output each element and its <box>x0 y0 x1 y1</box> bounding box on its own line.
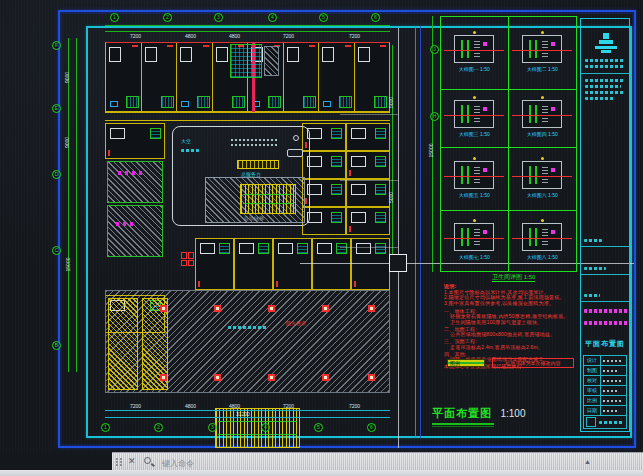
legend-note-text: 红色字体为本次修改内容 <box>506 361 561 366</box>
details-panel: 大样图一 1:50 大样图二 1:50 大样图三 1:50 大样图四 1:50 … <box>440 16 577 272</box>
lobby-seating <box>231 139 277 141</box>
notes-line: 轻钢龙骨石膏板隔墙,内填50厚岩棉,做至结构板底。 <box>444 314 576 319</box>
grid-bubble-left: D <box>52 170 61 179</box>
lobby-label: 大堂 <box>181 139 191 144</box>
grid-bubble-top: 4 <box>268 13 277 22</box>
lobby-escalator <box>240 184 296 214</box>
notes-line: 三、顶面工程: <box>444 339 576 344</box>
notes-block: 说明: 1.本图尺寸除标高以米计外,其余均以毫米计。 2.隔墙定位尺寸均以轴线为… <box>444 284 576 370</box>
monitor-screen: 1 2 3 4 5 6 7200 4800 4800 7200 7200 F E… <box>0 0 643 476</box>
grid-bubble-left: F <box>52 41 61 50</box>
details-section-caption: 卫生间详图 1:50 <box>492 274 535 282</box>
dim-line <box>68 38 69 372</box>
notes-line: 四、其他: <box>444 352 576 357</box>
notes-line: 公共区域地面铺800x800抛光砖,客房铺地毯。 <box>444 332 576 337</box>
notes-line: 卫生间隔墙采用100厚加气混凝土砌块。 <box>444 320 576 325</box>
dim-text: 4800 <box>229 34 240 39</box>
dim-line <box>105 31 390 32</box>
plan-hatch-room <box>107 161 163 203</box>
grid-bubble-panel: J <box>430 45 439 54</box>
detail-caption: 大样图二 1:50 <box>527 67 558 72</box>
dim-text: 7200 <box>349 34 360 39</box>
notes-line: 1.本图尺寸除标高以米计外,其余均以毫米计。 <box>444 290 576 295</box>
dim-text: 15000 <box>429 144 434 158</box>
cert-line-smudge <box>585 97 615 100</box>
column-marker <box>368 305 375 312</box>
column-marker <box>160 374 167 381</box>
grid-bubble-top: 1 <box>110 13 119 22</box>
grid-bubble-bottom: 2 <box>154 423 163 432</box>
dim-text: 9000 <box>65 137 70 148</box>
grid-bubble-bottom: 4 <box>261 423 270 432</box>
dim-text: 4800 <box>229 404 240 409</box>
project-line-magenta <box>584 309 628 313</box>
titleblock-table: 设计 制图 校对 审核 比例 日期 <box>583 355 627 416</box>
command-bar[interactable]: ✕ 键入命令 ▲ <box>112 452 643 470</box>
close-icon[interactable]: ✕ <box>128 456 136 466</box>
detail-cell: 大样图三 1:50 <box>441 90 509 148</box>
notes-line: 二、地面工程: <box>444 327 576 332</box>
tb-label: 设计 <box>584 356 601 365</box>
detail-drawing <box>454 161 494 189</box>
grid-bubble-panel: H <box>430 112 439 121</box>
search-icon[interactable] <box>144 457 151 464</box>
screen-dark-corner <box>0 452 112 470</box>
column-marker <box>268 374 275 381</box>
dim-text: 4800 <box>185 404 196 409</box>
grid-bubble-left: E <box>52 104 61 113</box>
detail-caption: 大样图七 1:50 <box>459 255 490 260</box>
dim-text-total: 31200 <box>236 412 250 417</box>
collapse-arrow-icon[interactable]: ▲ <box>584 458 591 465</box>
tb-label: 制图 <box>584 366 601 375</box>
tb-label: 校对 <box>584 376 601 385</box>
sheet-title-text: 平面布置图 <box>432 407 492 419</box>
column-marker <box>268 305 275 312</box>
grid-bubble-bottom: 3 <box>208 423 217 432</box>
column-marker <box>322 374 329 381</box>
detail-cell: 大样图八 1:50 <box>509 211 577 271</box>
detail-drawing <box>522 100 562 128</box>
plan-wc-fixtures <box>116 222 136 226</box>
company-logo <box>595 33 617 53</box>
drag-grip-icon[interactable] <box>116 458 122 466</box>
column-marker <box>214 374 221 381</box>
grid-bubble-top: 6 <box>371 13 380 22</box>
legend-note-box: 红色字体为本次修改内容 <box>492 358 574 368</box>
grid-bubble-bottom: 6 <box>367 423 376 432</box>
title-underline <box>432 423 494 425</box>
detail-drawing <box>522 223 562 251</box>
crosshair-pickbox[interactable] <box>389 254 407 272</box>
sheet-title-scale: 1:100 <box>500 408 525 419</box>
field-smudge <box>584 267 606 270</box>
notes-line: 3.图中家具布置仅供参考,以装修深化图纸为准。 <box>444 301 576 306</box>
detail-caption: 大样图一 1:50 <box>459 67 490 72</box>
search-icon-handle <box>151 463 155 467</box>
grid-bubble-top: 3 <box>214 13 223 22</box>
company-name-smudge <box>585 65 625 68</box>
grid-bubble-left: B <box>52 341 61 350</box>
dim-line <box>392 45 393 260</box>
legend-bar-label: 图例 <box>450 361 460 366</box>
company-name-smudge <box>585 59 625 62</box>
plaza-escalator <box>215 408 300 448</box>
notes-line: 2.隔墙定位尺寸均以轴线为基准,施工前须现场复核。 <box>444 295 576 300</box>
detail-cell: 大样图五 1:50 <box>441 148 509 211</box>
grid-bubble-top: 5 <box>319 13 328 22</box>
lobby-seating <box>231 144 277 146</box>
dim-text: 7200 <box>130 404 141 409</box>
command-input[interactable]: 键入命令 <box>162 458 194 469</box>
cert-line-smudge <box>585 79 625 82</box>
tb-label: 审核 <box>584 386 601 395</box>
legend-bar: 图例 <box>447 359 485 367</box>
detail-drawing <box>522 35 562 63</box>
fold-line-blue <box>420 26 421 438</box>
fold-line-cyan <box>415 26 416 438</box>
grid-bubble-bottom: 1 <box>101 423 110 432</box>
divider <box>581 73 629 74</box>
cert-line-smudge <box>585 85 621 88</box>
dock-strip[interactable] <box>0 470 643 476</box>
plan-room <box>105 123 165 159</box>
detail-caption: 大样图六 1:50 <box>527 193 558 198</box>
dim-line <box>76 38 77 372</box>
titleblock-bottom-row <box>583 415 627 429</box>
